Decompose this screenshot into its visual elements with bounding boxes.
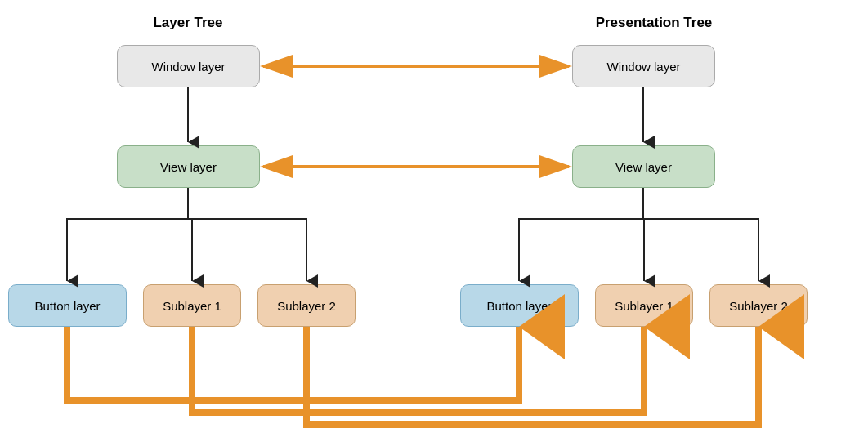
right-view-to-sublayer2-arrow	[643, 188, 758, 281]
right-sublayer1: Sublayer 1	[595, 284, 693, 327]
left-view-layer: View layer	[117, 145, 260, 188]
left-view-to-sublayer1-arrow	[188, 188, 192, 281]
right-window-layer: Window layer	[572, 45, 715, 87]
bottom-arrow-sublayer1-to-sublayer1	[192, 327, 644, 413]
left-button-layer: Button layer	[8, 284, 127, 327]
bottom-arrow-button-to-button	[67, 327, 519, 400]
presentation-tree-title: Presentation Tree	[556, 15, 752, 31]
left-view-to-button-arrow	[67, 188, 188, 281]
layer-tree-title: Layer Tree	[106, 15, 270, 31]
right-sublayer2: Sublayer 2	[709, 284, 808, 327]
left-sublayer2: Sublayer 2	[257, 284, 356, 327]
right-view-to-button-arrow	[519, 188, 643, 281]
diagram: Layer Tree Presentation Tree Window laye…	[0, 0, 868, 446]
left-sublayer1: Sublayer 1	[143, 284, 241, 327]
right-button-layer: Button layer	[460, 284, 579, 327]
right-view-layer: View layer	[572, 145, 715, 188]
left-window-layer: Window layer	[117, 45, 260, 87]
bottom-arrow-sublayer2-to-sublayer2	[306, 327, 758, 425]
left-view-to-sublayer2-arrow	[188, 188, 306, 281]
right-view-to-sublayer1-arrow	[643, 188, 644, 281]
